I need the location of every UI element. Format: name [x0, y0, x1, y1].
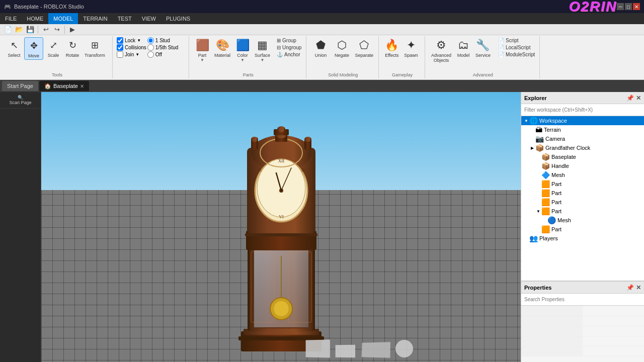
part-tool[interactable]: 🟫 Part ▼ — [193, 37, 211, 63]
properties-close-button[interactable]: ✕ — [636, 284, 641, 291]
undo-button[interactable]: ↩ — [41, 25, 51, 35]
minimize-button[interactable]: ─ — [617, 3, 624, 10]
explorer-pin-button[interactable]: 📌 — [626, 95, 634, 102]
script-button[interactable]: 📄 Script — [497, 37, 536, 44]
material-tool[interactable]: 🎨 Material — [212, 37, 232, 59]
collisions-checkbox-row[interactable]: Collisions — [117, 44, 146, 51]
tree-part1[interactable]: 🟧 Part — [521, 179, 644, 189]
stud-fifth-radio[interactable] — [147, 44, 154, 51]
tab-baseplate[interactable]: 🏠 Baseplate ✕ — [39, 81, 89, 91]
lock-checkbox-row[interactable]: Lock ▼ — [117, 37, 146, 44]
tree-part2[interactable]: 🟧 Part — [521, 189, 644, 198]
menu-model[interactable]: MODEL — [48, 13, 78, 24]
props-val-1[interactable] — [583, 306, 644, 316]
anchor-button[interactable]: ⚓ Anchor — [275, 51, 303, 58]
open-button[interactable]: 📂 — [14, 25, 24, 35]
gc-toggle[interactable]: ▶ — [529, 144, 535, 151]
save-button[interactable]: 💾 — [25, 25, 35, 35]
bp-toggle[interactable] — [535, 153, 541, 160]
tree-players[interactable]: 👥 Players — [521, 234, 644, 243]
menu-view[interactable]: VIEW — [137, 13, 161, 24]
join-checkbox-row[interactable]: Join ▼ — [117, 51, 146, 58]
spawn-tool[interactable]: ✦ Spawn — [402, 37, 420, 59]
p2-toggle[interactable] — [535, 190, 541, 197]
union-tool[interactable]: ⬟ Union — [310, 37, 331, 59]
menu-terrain[interactable]: TERRAIN — [78, 13, 112, 24]
tab-start-page[interactable]: Start Page — [2, 81, 38, 91]
props-val-3[interactable] — [583, 326, 644, 336]
off-radio[interactable] — [147, 51, 154, 58]
stud1-radio[interactable] — [147, 37, 154, 44]
p3-toggle[interactable] — [535, 199, 541, 206]
tree-part5[interactable]: 🟧 Part — [521, 225, 644, 234]
separate-tool[interactable]: ⬠ Separate — [353, 37, 375, 59]
maximize-button[interactable]: □ — [625, 3, 632, 10]
redo-button[interactable]: ↪ — [52, 25, 62, 35]
effects-tool[interactable]: 🔥 Effects — [383, 37, 401, 59]
tree-part4[interactable]: ▼ 🟧 Part — [521, 207, 644, 216]
group-button[interactable]: ⊞ Group — [275, 37, 303, 44]
join-dropdown[interactable]: ▼ — [135, 52, 139, 57]
surface-tool[interactable]: ▦ Surface ▼ — [253, 37, 272, 63]
play-button[interactable]: ▶ — [67, 25, 77, 35]
lock-checkbox[interactable] — [117, 37, 123, 44]
rotate-tool[interactable]: ↻ Rotate — [63, 37, 82, 59]
close-button[interactable]: ✕ — [633, 3, 640, 10]
players-toggle[interactable] — [523, 235, 529, 242]
workspace-toggle[interactable]: ▼ — [523, 117, 529, 124]
menu-plugins[interactable]: PLUGINS — [161, 13, 195, 24]
tab-close-button[interactable]: ✕ — [80, 83, 84, 89]
properties-pin-button[interactable]: 📌 — [626, 284, 634, 291]
select-tool[interactable]: ↖ Select — [5, 37, 23, 59]
props-val-2[interactable] — [583, 316, 644, 326]
service-tool[interactable]: 🔧 Service — [473, 37, 493, 59]
scale-tool[interactable]: ⤢ Scale — [44, 37, 62, 59]
ungroup-button[interactable]: ⊟ Ungroup — [275, 44, 303, 51]
tree-terrain[interactable]: 🏔 Terrain — [521, 125, 644, 134]
mesh-toggle[interactable] — [535, 171, 541, 178]
stud1-radio-row[interactable]: 1 Stud — [147, 37, 179, 44]
m2-toggle[interactable] — [541, 217, 547, 224]
tree-mesh2[interactable]: 🔵 Mesh — [521, 216, 644, 225]
tree-workspace[interactable]: ▼ 🌐 Workspace — [521, 116, 644, 125]
tree-baseplate-child[interactable]: 📦 Baseplate — [521, 152, 644, 161]
join-checkbox[interactable] — [117, 51, 123, 58]
menu-home[interactable]: HOME — [22, 13, 48, 24]
explorer-close-button[interactable]: ✕ — [636, 95, 641, 102]
new-button[interactable]: 📄 — [3, 25, 13, 35]
terrain-toggle[interactable] — [529, 126, 535, 133]
anchor-icon: ⚓ — [277, 52, 283, 57]
negate-tool[interactable]: ⬡ Negate — [332, 37, 352, 59]
color-tool[interactable]: 🟦 Color ▼ — [233, 37, 252, 63]
sidebar-scan-page[interactable]: 🔍 Scan Page — [0, 92, 41, 109]
props-val-4[interactable] — [583, 336, 644, 346]
filter-workspace-input[interactable] — [521, 104, 644, 116]
tree-part3[interactable]: 🟧 Part — [521, 198, 644, 207]
module-script-button[interactable]: 📄 ModuleScript — [497, 51, 536, 58]
tree-mesh[interactable]: 🔷 Mesh — [521, 170, 644, 179]
off-radio-row[interactable]: Off — [147, 51, 179, 58]
model-tool[interactable]: 🗂 Model — [454, 37, 472, 59]
local-script-button[interactable]: 📄 LocalScript — [497, 44, 536, 51]
collisions-checkbox[interactable] — [117, 44, 123, 51]
move-tool[interactable]: ✥ Move — [24, 37, 43, 60]
camera-toggle[interactable] — [529, 135, 535, 142]
color-dropdown-arrow: ▼ — [240, 58, 245, 62]
tree-camera[interactable]: 📷 Camera — [521, 134, 644, 143]
handle-toggle[interactable] — [535, 162, 541, 169]
menu-file[interactable]: FILE — [0, 13, 22, 24]
search-properties-input[interactable] — [521, 294, 644, 306]
p1-toggle[interactable] — [535, 180, 541, 188]
menu-test[interactable]: TEST — [113, 13, 137, 24]
stud-fifth-radio-row[interactable]: 1/5th Stud — [147, 44, 179, 51]
tree-handle[interactable]: 📦 Handle — [521, 161, 644, 170]
advanced-objects-tool[interactable]: ⚙ AdvancedObjects — [429, 37, 453, 64]
ribbon-toolbar-row: 📄 📂 💾 ↩ ↪ ▶ — [0, 24, 644, 35]
lock-dropdown[interactable]: ▼ — [137, 38, 141, 43]
transform-tool[interactable]: ⊞ Transform — [83, 37, 107, 59]
tree-grandfather-clock[interactable]: ▶ 📦 Grandfather Clock — [521, 143, 644, 152]
p5-toggle[interactable] — [535, 226, 541, 233]
p4-toggle[interactable]: ▼ — [535, 208, 541, 215]
props-val-5[interactable] — [583, 346, 644, 356]
viewport[interactable]: XII III VI IX — [41, 92, 521, 362]
